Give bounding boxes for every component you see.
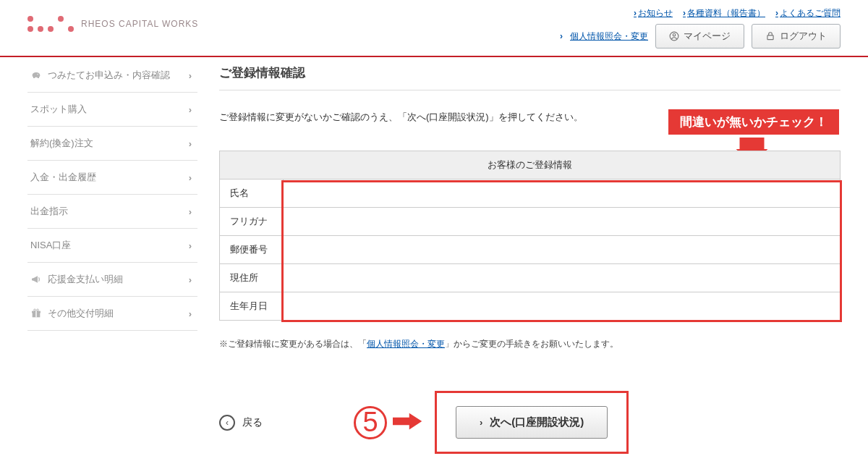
sidebar-item-tsumitate[interactable]: つみたてお申込み・内容確認 ›	[27, 64, 197, 93]
svg-point-7	[34, 309, 36, 311]
sidebar-item-history[interactable]: 入金・出金履歴 ›	[27, 161, 197, 195]
svg-point-1	[673, 34, 676, 37]
table-row: フリガナ	[220, 208, 841, 236]
callout-badge: 間違いが無いかチェック！	[668, 109, 839, 135]
svg-rect-2	[767, 35, 773, 40]
sidebar-item-other[interactable]: その他交付明細 ›	[27, 297, 197, 331]
table-header: お客様のご登録情報	[220, 151, 841, 180]
row-label-name: 氏名	[220, 180, 284, 208]
sidebar-item-label: その他交付明細	[48, 307, 114, 320]
table-row: 氏名	[220, 180, 841, 208]
row-label-furigana: フリガナ	[220, 208, 284, 236]
user-icon	[669, 31, 679, 41]
table-row: 生年月日	[220, 292, 841, 321]
back-button[interactable]: ‹ 戻る	[219, 415, 263, 431]
row-label-dob: 生年月日	[220, 292, 284, 321]
svg-rect-6	[35, 311, 36, 318]
piggy-icon	[30, 69, 42, 81]
next-button[interactable]: › 次へ(口座開設状況)	[456, 406, 608, 439]
lead-text: ご登録情報に変更がないかご確認のうえ、「次へ(口座開設状況)」を押してください。	[219, 109, 583, 124]
sidebar-item-cancel[interactable]: 解約(換金)注文 ›	[27, 127, 197, 161]
sidebar-item-withdraw[interactable]: 出金指示 ›	[27, 195, 197, 229]
logo[interactable]: RHEOS CAPITAL WORKS	[27, 16, 198, 32]
link-personal-info-inline[interactable]: 個人情報照会・変更	[367, 339, 445, 349]
next-button-highlight: › 次へ(口座開設状況)	[435, 391, 629, 454]
link-faq[interactable]: ›よくあるご質問	[775, 7, 841, 20]
row-value	[284, 208, 841, 236]
logo-text: RHEOS CAPITAL WORKS	[81, 19, 198, 29]
top-nav-links: ›お知らせ ›各種資料（報告書） ›よくあるご質問	[634, 7, 841, 20]
sidebar-item-label: スポット購入	[30, 103, 87, 116]
svg-point-3	[37, 74, 38, 75]
sidebar-item-nisa[interactable]: NISA口座 ›	[27, 229, 197, 263]
row-label-zip: 郵便番号	[220, 236, 284, 264]
registration-table: お客様のご登録情報 氏名 フリガナ 郵便番号 現住所 生年月日	[219, 151, 841, 321]
sidebar-item-label: 応援金支払い明細	[48, 273, 123, 286]
note-text: ※ご登録情報に変更がある場合は、「個人情報照会・変更」からご変更の手続きをお願い…	[219, 338, 841, 350]
svg-point-8	[37, 309, 39, 311]
chevron-right-icon: ›	[189, 274, 192, 285]
gift-icon	[30, 308, 42, 319]
chevron-right-icon: ›	[480, 417, 482, 428]
link-documents[interactable]: ›各種資料（報告書）	[683, 7, 765, 20]
row-value	[284, 180, 841, 208]
mypage-button[interactable]: マイページ	[655, 24, 744, 48]
chevron-right-icon: ›	[189, 138, 192, 149]
sidebar-item-label: つみたてお申込み・内容確認	[48, 69, 170, 82]
row-value	[284, 236, 841, 264]
chevron-right-icon: ›	[189, 104, 192, 115]
row-value	[284, 292, 841, 321]
link-personal-info[interactable]: 個人情報照会・変更	[570, 30, 648, 43]
sidebar-item-label: 入金・出金履歴	[30, 171, 96, 184]
table-row: 現住所	[220, 264, 841, 292]
chevron-right-icon: ›	[189, 308, 192, 319]
sidebar: つみたてお申込み・内容確認 › スポット購入 › 解約(換金)注文 › 入金・出…	[27, 64, 197, 454]
lock-icon	[765, 31, 775, 41]
chevron-left-icon: ‹	[219, 415, 235, 431]
megaphone-icon	[30, 274, 42, 285]
page-title: ご登録情報確認	[219, 64, 841, 90]
table-row: 郵便番号	[220, 236, 841, 264]
row-label-address: 現住所	[220, 264, 284, 292]
chevron-right-icon: ›	[189, 70, 192, 81]
logout-button[interactable]: ログアウト	[752, 24, 841, 48]
sidebar-item-label: 出金指示	[30, 205, 68, 218]
sidebar-item-support[interactable]: 応援金支払い明細 ›	[27, 263, 197, 297]
sidebar-item-label: NISA口座	[30, 239, 71, 252]
link-news[interactable]: ›お知らせ	[634, 7, 673, 20]
row-value	[284, 264, 841, 292]
chevron-right-icon: ›	[189, 240, 192, 251]
sidebar-item-label: 解約(換金)注文	[30, 137, 93, 150]
chevron-right-icon: ›	[189, 172, 192, 183]
sidebar-item-spot[interactable]: スポット購入 ›	[27, 93, 197, 127]
logo-mark-icon	[27, 16, 74, 32]
step-number-badge: 5	[354, 406, 387, 439]
arrow-right-icon	[393, 411, 423, 434]
chevron-right-icon: ›	[189, 206, 192, 217]
